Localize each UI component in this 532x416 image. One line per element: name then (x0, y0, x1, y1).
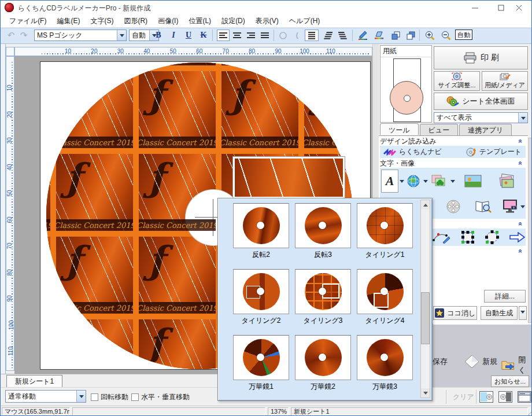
clipart-button[interactable] (428, 170, 449, 193)
detail-button[interactable]: 詳細... (484, 290, 526, 303)
new-button[interactable]: 新規 (464, 355, 497, 369)
thumbnail-card[interactable] (295, 335, 351, 380)
sheet-tab[interactable]: 新規シート1 (6, 375, 62, 388)
scrollbar-thumb[interactable] (421, 292, 430, 344)
menu-item-8[interactable]: ヘルプ(H) (284, 14, 326, 28)
thumbnail-card[interactable] (357, 269, 413, 314)
menu-item-6[interactable]: 設定(D) (216, 14, 250, 28)
collapse-chevron-icon[interactable]: » (516, 222, 524, 226)
web-image-button[interactable] (405, 170, 422, 193)
photo-stack-button[interactable] (494, 170, 519, 193)
thumbnail-card[interactable] (233, 335, 289, 380)
arrow-tool-button[interactable] (508, 229, 526, 245)
size-adjust-button[interactable]: サイズ調整... (434, 71, 480, 91)
menu-item-5[interactable]: 位置(L) (183, 14, 216, 28)
scroll-down-icon[interactable] (421, 388, 430, 397)
fill-color-eraser-icon[interactable] (372, 30, 386, 41)
print-button[interactable]: 印 刷 (434, 46, 528, 69)
text-tool-button[interactable]: A (381, 170, 398, 193)
design-thumbnail-cd-kaleido-3[interactable]: 万華鏡3 (357, 335, 413, 392)
ellipse-tool-button[interactable] (483, 229, 501, 245)
chevron-down-icon[interactable] (518, 113, 527, 123)
zoom-out-icon[interactable] (439, 30, 453, 41)
case-view-icon[interactable] (498, 391, 512, 403)
skew-left-text-button[interactable] (321, 30, 335, 41)
window-view-icon[interactable] (518, 391, 531, 403)
bring-front-icon[interactable] (389, 30, 402, 41)
auto-zoom-button[interactable]: 自動 (455, 30, 472, 40)
bold-button[interactable]: B (152, 30, 165, 41)
curve-tool-button[interactable] (432, 229, 450, 245)
album-search-button[interactable] (474, 197, 492, 216)
redo-icon[interactable]: ↷ (18, 30, 29, 41)
rakuchin-navi-button[interactable]: らくちんナビ (383, 147, 442, 157)
thumbnail-card[interactable] (357, 203, 413, 248)
tab-tool[interactable]: ツール (380, 123, 419, 135)
design-thumbnail-cd-mirror-3[interactable]: 反転3 (295, 203, 351, 260)
vertical-text-button[interactable] (305, 30, 319, 41)
hv-move-checkbox[interactable] (131, 393, 139, 401)
display-filter-select[interactable]: すべて表示 (434, 112, 528, 123)
collapse-chevron-icon[interactable]: » (516, 161, 524, 165)
erase-here-button[interactable]: ココ消し (433, 306, 477, 320)
rect-tool-button[interactable] (459, 229, 476, 245)
menu-item-0[interactable]: ファイル(F) (4, 14, 51, 28)
menu-item-7[interactable]: 表示(V) (250, 14, 284, 28)
thumbnail-card[interactable] (295, 269, 351, 314)
chevron-down-icon[interactable] (398, 178, 405, 185)
design-thumbnail-cd-tiling-2[interactable]: タイリング2 (233, 269, 289, 326)
design-thumbnail-cd-mirror-2[interactable]: 反転2 (233, 203, 289, 260)
align-justify-button[interactable] (258, 30, 271, 41)
undo-icon[interactable]: ↶ (5, 30, 17, 41)
film-reel-button[interactable] (445, 197, 461, 216)
align-left-button[interactable] (217, 30, 230, 41)
chevron-down-icon[interactable] (76, 391, 86, 402)
tab-view[interactable]: ビュー (420, 124, 459, 135)
rotate-move-option[interactable]: 回転移動 (91, 392, 128, 402)
send-back-icon[interactable] (404, 30, 417, 41)
hv-move-option[interactable]: 水平・垂直移動 (131, 392, 190, 402)
open-button[interactable]: 開く (501, 355, 532, 375)
menu-item-3[interactable]: 図形(R) (119, 14, 153, 28)
align-center-button[interactable] (231, 30, 243, 41)
design-thumbnail-cd-kaleido-2[interactable]: 万華鏡2 (295, 335, 351, 392)
selected-image-handle[interactable] (233, 157, 345, 198)
chevron-down-icon[interactable] (422, 178, 428, 185)
zoom-in-icon[interactable] (423, 30, 437, 41)
panel-scrollbar[interactable] (528, 138, 532, 323)
chevron-down-icon[interactable] (449, 178, 456, 185)
align-right-button[interactable] (245, 30, 257, 41)
thumbnail-card[interactable] (233, 203, 289, 248)
thumbnail-card[interactable] (357, 335, 413, 380)
label-view-icon[interactable] (479, 391, 493, 403)
menu-item-4[interactable]: 画像(I) (153, 14, 183, 28)
thumbnail-card[interactable] (233, 269, 289, 314)
news-button[interactable]: お知らせ... (491, 375, 529, 387)
text-color-pen-icon[interactable] (356, 30, 370, 41)
screen-capture-button[interactable] (501, 197, 520, 216)
tab-apps[interactable]: 連携アプリ (459, 124, 512, 135)
underline-button[interactable]: U (182, 30, 195, 41)
kerning-button[interactable]: K (197, 30, 210, 41)
chevron-down-icon[interactable] (117, 30, 126, 41)
arc-text-icon[interactable] (290, 30, 301, 41)
image-file-button[interactable] (460, 170, 486, 193)
template-button[interactable]: テンプレート (466, 147, 522, 157)
italic-button[interactable]: I (167, 30, 180, 41)
font-family-select[interactable]: MS Pゴシック (34, 30, 127, 41)
chevron-down-icon[interactable] (520, 203, 526, 211)
collapse-chevron-icon[interactable]: » (516, 139, 524, 143)
minimize-button[interactable] (462, 1, 488, 14)
menu-item-2[interactable]: 文字(S) (85, 14, 119, 28)
move-mode-select[interactable]: 通常移動 (5, 390, 86, 403)
design-thumbnail-cd-kaleido-1[interactable]: 万華鏡1 (233, 335, 289, 392)
scroll-up-icon[interactable] (421, 200, 430, 209)
menu-item-1[interactable]: 編集(E) (51, 14, 85, 28)
rotate-move-checkbox[interactable] (91, 393, 98, 401)
auto-generate-dropdown[interactable] (519, 306, 527, 320)
clear-button[interactable]: クリア (453, 392, 474, 402)
popup-scrollbar[interactable] (420, 200, 430, 398)
design-thumbnail-cd-tiling-4[interactable]: タイリング4 (357, 269, 413, 326)
design-thumbnail-cd-tiling-3[interactable]: タイリング3 (295, 269, 351, 326)
auto-generate-button[interactable]: 自動生成 (481, 306, 518, 320)
